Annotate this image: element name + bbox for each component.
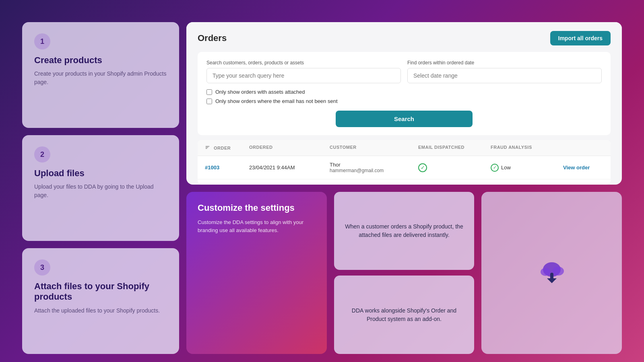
customize-card: Customize the settings Customize the DDA… bbox=[186, 192, 327, 354]
step-card-2: 2 Upload files Upload your files to DDA … bbox=[22, 135, 179, 241]
search-btn-wrap: Search bbox=[206, 111, 602, 127]
search-row: Search customers, orders, products or as… bbox=[206, 60, 602, 83]
ordered-date-1003: 23/04/2021 9:44AM bbox=[249, 165, 330, 171]
search-left-group: Search customers, orders, products or as… bbox=[206, 60, 401, 83]
step-title-1: Create products bbox=[34, 55, 167, 66]
info-card-2: DDA works alongside Shopify's Order and … bbox=[334, 276, 475, 354]
check-icon: ✓ bbox=[418, 163, 427, 172]
step-card-3: 3 Attach files to your Shopify products … bbox=[22, 248, 179, 354]
step-card-1: 1 Create products Create your products i… bbox=[22, 22, 179, 128]
icon-card bbox=[481, 192, 622, 354]
bottom-section: Customize the settings Customize the DDA… bbox=[186, 192, 622, 354]
search-left-label: Search customers, orders, products or as… bbox=[206, 60, 401, 66]
step-title-2: Upload files bbox=[34, 168, 167, 179]
step-desc-3: Attach the uploaded files to your Shopif… bbox=[34, 306, 167, 315]
step-number-1: 1 bbox=[34, 33, 50, 49]
th-action bbox=[563, 145, 603, 151]
checkbox-email[interactable]: Only show orders where the email has not… bbox=[206, 98, 602, 104]
sort-icon bbox=[205, 145, 210, 151]
import-all-orders-button[interactable]: Import all orders bbox=[550, 31, 611, 45]
table-row: #1003 23/04/2021 9:44AM Thor hammerman@g… bbox=[198, 156, 611, 179]
svg-marker-7 bbox=[547, 278, 557, 283]
left-cards: 1 Create products Create your products i… bbox=[22, 22, 179, 354]
table-header: ORDER ORDERED CUSTOMER EMAIL DISPATCHED … bbox=[198, 140, 611, 156]
step-number-3: 3 bbox=[34, 259, 50, 276]
table-row: #1002 19/04/2021 10:34PM Iron Man ironma… bbox=[198, 179, 611, 185]
th-ordered: ORDERED bbox=[249, 145, 330, 151]
step-desc-1: Create your products in your Shopify adm… bbox=[34, 70, 167, 86]
fraud-icon-low: ✓ bbox=[491, 164, 499, 172]
search-panel: Search customers, orders, products or as… bbox=[198, 52, 611, 135]
orders-header: Orders Import all orders bbox=[186, 22, 622, 52]
date-range-input[interactable] bbox=[407, 68, 602, 83]
view-order-1003[interactable]: View order bbox=[563, 165, 603, 171]
customer-email-1003: hammerman@gmail.com bbox=[330, 168, 418, 173]
customer-name-1003: Thor bbox=[330, 162, 418, 168]
search-right-label: Find orders within ordered date bbox=[407, 60, 602, 66]
th-email-dispatched: EMAIL DISPATCHED bbox=[418, 145, 491, 151]
search-right-group: Find orders within ordered date bbox=[407, 60, 602, 83]
cloud-download-icon bbox=[536, 257, 568, 289]
svg-point-5 bbox=[553, 267, 564, 276]
customize-desc: Customize the DDA settings to align with… bbox=[198, 218, 316, 234]
email-dispatched-1003: ✓ bbox=[418, 163, 491, 172]
fraud-label-1003: Low bbox=[501, 165, 511, 171]
search-input[interactable] bbox=[206, 68, 401, 83]
th-fraud-analysis: FRAUD ANALYSIS bbox=[491, 145, 563, 151]
th-order: ORDER bbox=[205, 145, 249, 151]
orders-panel: Orders Import all orders Search customer… bbox=[186, 22, 622, 185]
th-customer: CUSTOMER bbox=[330, 145, 418, 151]
search-button[interactable]: Search bbox=[336, 111, 473, 127]
orders-table: ORDER ORDERED CUSTOMER EMAIL DISPATCHED … bbox=[198, 140, 611, 185]
assets-checkbox[interactable] bbox=[206, 89, 212, 95]
orders-title: Orders bbox=[198, 33, 227, 43]
info-col: When a customer orders a Shopify product… bbox=[334, 192, 475, 354]
assets-checkbox-label: Only show orders with assets attached bbox=[215, 89, 305, 95]
info-card-1: When a customer orders a Shopify product… bbox=[334, 192, 475, 270]
email-checkbox[interactable] bbox=[206, 99, 212, 104]
step-number-2: 2 bbox=[34, 146, 50, 162]
fraud-cell-1003: ✓ Low bbox=[491, 164, 563, 172]
svg-point-4 bbox=[541, 268, 550, 276]
step-title-3: Attach files to your Shopify products bbox=[34, 281, 167, 302]
customer-cell-1003: Thor hammerman@gmail.com bbox=[330, 162, 418, 173]
order-id-1003[interactable]: #1003 bbox=[205, 165, 249, 171]
checkbox-assets[interactable]: Only show orders with assets attached bbox=[206, 89, 602, 95]
customize-title: Customize the settings bbox=[198, 202, 316, 214]
step-desc-2: Upload your files to DDA by going to the… bbox=[34, 183, 167, 200]
email-checkbox-label: Only show orders where the email has not… bbox=[215, 98, 338, 104]
